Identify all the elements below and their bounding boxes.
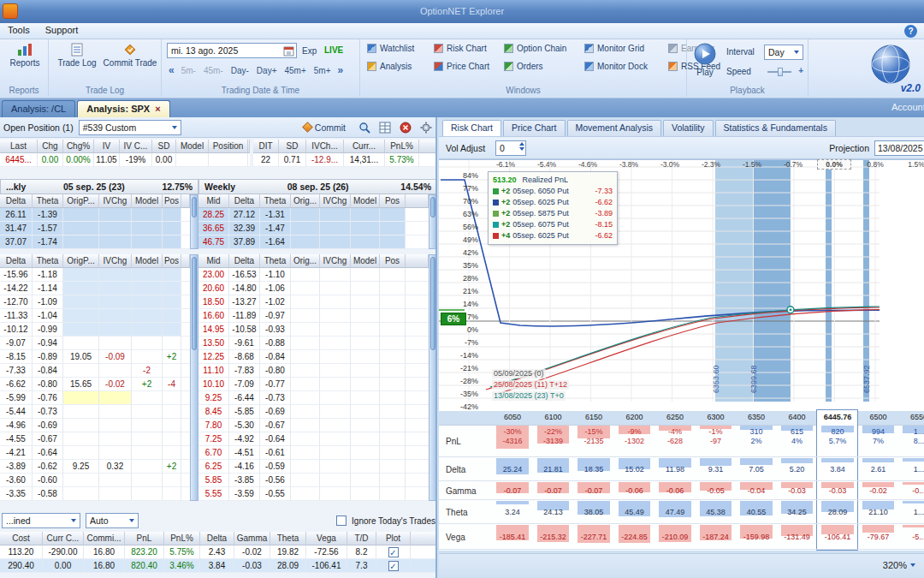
column-header-plot[interactable]: Plot [376,532,411,545]
column-header-chg[interactable]: Chg% [63,140,94,153]
column-header-delta[interactable]: Delta [229,194,260,208]
option-row[interactable]: -12.70-1.09 [0,295,190,309]
scrollbar[interactable] [429,254,437,501]
nav-button-day[interactable]: Day+ [254,66,280,75]
option-row[interactable]: 10.10-7.09-0.77 [198,378,429,391]
column-header-chg[interactable]: Chg [38,140,63,153]
plot-checkbox[interactable]: ✓ [388,547,399,557]
ribbon-button-monitor-dock[interactable]: Monitor Dock [581,60,665,73]
summary-row[interactable]: 6445...0.000.00%11.05-19%0.00 [0,153,250,167]
option-row[interactable]: 7.80-5.30-0.67 [198,419,429,432]
scrollbar[interactable] [190,194,198,249]
panel-tab-statistics-fundamentals[interactable]: Statistics & Fundamentals [715,120,836,136]
ribbon-button-orders[interactable]: Orders [500,60,581,73]
column-header-delta[interactable]: Delta [229,254,260,268]
column-header-ivchg[interactable]: IVChg [99,254,132,268]
option-row[interactable]: -8.15-0.8919.05-0.09+2 [0,350,190,364]
nav-button-45m[interactable]: 45m+ [281,66,308,75]
document-tab-analysis-cl[interactable]: Analysis: /CL [2,100,75,117]
option-row[interactable]: 6.70-4.51-0.61 [198,446,429,460]
strategy-select[interactable]: ...ined [2,513,80,528]
option-row[interactable]: 14.95-10.58-0.93 [198,323,429,337]
option-row[interactable]: 6.25-4.16-0.59 [198,460,429,474]
column-header-gamma[interactable]: Gamma [234,532,270,545]
interval-select[interactable]: Day [764,45,803,60]
ignore-trades-checkbox[interactable]: ✓ [336,515,346,526]
column-header-ivch[interactable]: IVCh... [306,140,344,153]
column-header-sd[interactable]: SD [152,140,176,153]
speed-slider[interactable]: + [761,66,803,78]
column-header-origp[interactable]: OrigP... [63,194,99,208]
column-header-origp[interactable]: OrigP... [63,254,99,268]
auto-select[interactable]: Auto [86,513,139,528]
column-header-orig[interactable]: Orig... [291,194,320,208]
settings-button[interactable] [418,120,434,135]
ribbon-button-watchlist[interactable]: Watchlist [364,42,430,55]
column-header-model[interactable]: Model [351,194,380,208]
nav-button-5m[interactable]: 5m+ [311,66,334,75]
column-header-delta[interactable]: Delta [0,254,33,268]
nav-back-icon[interactable]: « [167,64,176,76]
commit-trade-button[interactable]: Commit Trade [102,41,158,69]
option-row[interactable]: -5.99-0.76 [0,391,190,405]
option-row[interactable]: 5.55-3.59-0.55 [198,487,429,501]
column-header-pos[interactable]: Pos [380,194,406,208]
menu-item-support[interactable]: Support [38,23,86,37]
column-header-theta[interactable]: Theta [260,254,291,268]
option-row[interactable]: 5.85-3.85-0.56 [198,474,429,487]
column-header-theta[interactable]: Theta [270,532,306,545]
commit-button[interactable]: Commit [298,121,352,134]
option-row[interactable]: -9.07-0.94 [0,337,190,350]
column-header-theta[interactable]: Theta [33,254,63,268]
play-button[interactable] [694,43,716,65]
option-row[interactable]: 28.2527.12-1.31 [198,208,429,222]
chain-view-button[interactable] [377,120,393,135]
column-header-ivchg[interactable]: IVChg [320,194,351,208]
option-row[interactable]: 9.25-6.44-0.73 [198,391,429,405]
trading-date-input[interactable]: mi. 13 ago. 2025 [167,43,297,58]
option-row[interactable]: 31.47-1.57 [0,222,190,235]
column-header-pnl[interactable]: PnL% [385,140,419,153]
panel-tab-volatility[interactable]: Volatility [663,120,714,136]
column-header-curr[interactable]: Curr... [344,140,385,153]
totals-row[interactable]: 290.400.0016.80820.403.46%3.84-0.0328.09… [0,559,437,573]
scrollbar[interactable] [190,254,198,501]
column-header-delta[interactable]: Delta [200,532,234,545]
document-tab-analysis-spx[interactable]: Analysis: SPX× [77,100,169,117]
column-header-curr-c[interactable]: Curr C... [43,532,84,545]
plus-icon[interactable]: + [798,66,803,75]
column-header-theta[interactable]: Theta [260,194,291,208]
option-row[interactable]: -14.22-1.14 [0,282,190,295]
option-row[interactable]: 26.11-1.39 [0,208,190,222]
column-header-last[interactable]: Last [0,140,38,153]
column-header-vega[interactable]: Vega [306,532,347,545]
ribbon-button-price-chart[interactable]: Price Chart [430,60,500,73]
option-row[interactable]: -10.12-0.99 [0,323,190,337]
column-header-mid[interactable]: Mid [198,254,229,268]
option-row[interactable]: -4.96-0.69 [0,419,190,432]
option-row[interactable]: 46.7537.89-1.64 [198,235,429,249]
column-header-model[interactable]: Model [176,140,209,153]
risk-chart[interactable]: -6.1%-5.4%-4.6%-3.8%-3.0%-2.3%-1.5%-0.7%… [439,159,924,411]
option-row[interactable]: 23.00-16.53-1.10 [198,268,429,282]
option-row[interactable]: -7.33-0.84-2 [0,364,190,378]
expiration-header-1[interactable]: ...kly 05 sep. 25 (23) 12.75% [0,179,198,194]
option-row[interactable]: -4.55-0.67 [0,432,190,446]
column-header-model[interactable]: Model [132,254,163,268]
column-header-position[interactable]: Position [209,140,248,153]
vol-adjust-spinner[interactable]: 0 [495,140,526,156]
calendar-icon[interactable] [283,45,294,57]
column-header-ivchg[interactable]: IVChg [99,194,132,208]
ribbon-button-risk-chart[interactable]: Risk Chart [430,42,500,55]
column-header-sd[interactable]: SD [279,140,306,153]
option-row[interactable]: -6.62-0.8015.65-0.02+2-4 [0,378,190,391]
column-header-delta[interactable]: Delta [0,194,33,208]
nav-button-day[interactable]: Day- [228,66,252,75]
option-row[interactable]: 18.50-13.27-1.02 [198,295,429,309]
column-header-iv-c[interactable]: IV C... [120,140,152,153]
option-row[interactable]: -5.44-0.73 [0,405,190,419]
ribbon-button-option-chain[interactable]: Option Chain [500,42,581,55]
reports-button[interactable]: Reports [6,41,44,69]
option-row[interactable]: 16.60-11.89-0.97 [198,309,429,323]
option-row[interactable]: -3.60-0.60 [0,474,190,487]
